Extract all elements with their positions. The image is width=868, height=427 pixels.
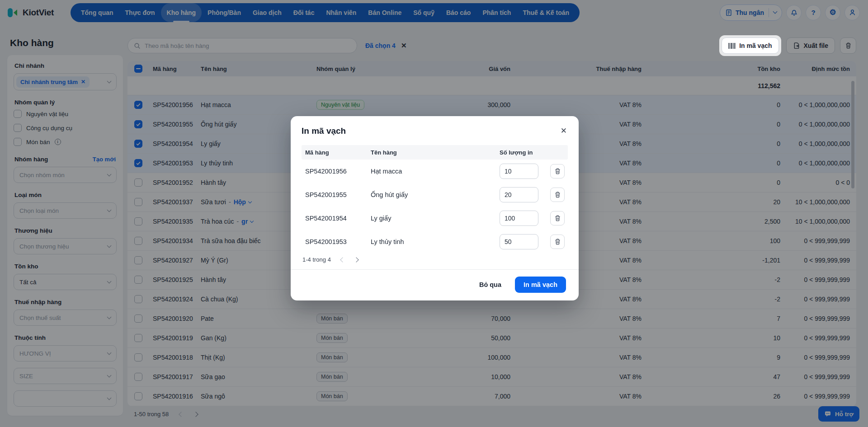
remove-item-button[interactable] [550, 211, 565, 225]
remove-item-button[interactable] [550, 164, 565, 178]
print-barcode-label: In mã vạch [739, 42, 772, 49]
modal-qty-cell [496, 187, 568, 202]
modal-close-icon[interactable]: ✕ [560, 126, 568, 136]
modal-product-code: SP542001955 [302, 191, 367, 198]
modal-table-header: Mã hàngTên hàngSố lượng in [302, 145, 568, 160]
modal-prev-page-icon[interactable] [340, 257, 345, 262]
modal-next-page-icon[interactable] [354, 257, 359, 262]
modal-product-name: Ly giấy [367, 215, 496, 222]
print-barcode-modal: In mã vạch ✕ Mã hàngTên hàngSố lượng in … [291, 116, 579, 300]
modal-row: SP542001953Ly thủy tinh [302, 230, 568, 253]
modal-product-name: Ly thủy tinh [367, 238, 496, 245]
modal-column-header-so-luong-in: Số lượng in [496, 149, 568, 156]
modal-pagination-label: 1-4 trong 4 [302, 256, 331, 263]
trash-icon [554, 191, 561, 198]
modal-pagination: 1-4 trong 4 [302, 256, 568, 263]
modal-row: SP542001955Ống hút giấy [302, 183, 568, 206]
cancel-button[interactable]: Bỏ qua [479, 281, 501, 288]
trash-icon [554, 238, 561, 245]
modal-product-name: Ống hút giấy [367, 191, 496, 198]
print-quantity-input[interactable] [500, 187, 538, 202]
modal-product-code: SP542001954 [302, 215, 367, 222]
print-quantity-input[interactable] [500, 164, 538, 179]
trash-icon [554, 168, 561, 175]
print-quantity-input[interactable] [500, 211, 538, 226]
modal-qty-cell [496, 234, 568, 249]
remove-item-button[interactable] [550, 235, 565, 249]
modal-product-code: SP542001956 [302, 168, 367, 175]
trash-icon [554, 215, 561, 222]
modal-column-header-ma-hang: Mã hàng [302, 149, 367, 156]
modal-qty-cell [496, 211, 568, 226]
print-barcode-button[interactable]: In mã vạch [722, 38, 778, 54]
modal-product-name: Hạt macca [367, 168, 496, 175]
print-barcode-spotlight: In mã vạch [719, 35, 781, 56]
print-quantity-input[interactable] [500, 234, 538, 249]
modal-row: SP542001954Ly giấy [302, 206, 568, 230]
remove-item-button[interactable] [550, 188, 565, 202]
modal-row: SP542001956Hạt macca [302, 160, 568, 183]
modal-title: In mã vạch [302, 126, 346, 136]
modal-column-header-ten-hang: Tên hàng [367, 149, 496, 156]
confirm-print-button[interactable]: In mã vạch [515, 277, 566, 293]
modal-product-code: SP542001953 [302, 238, 367, 245]
modal-qty-cell [496, 164, 568, 179]
barcode-icon [728, 43, 736, 49]
